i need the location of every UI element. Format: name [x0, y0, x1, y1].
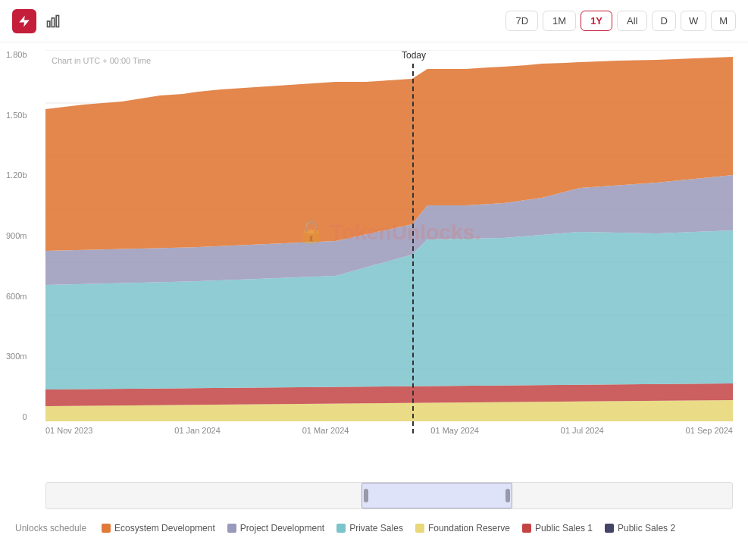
y-label-900m: 900m [6, 231, 27, 240]
x-label-sep24: 01 Sep 2024 [686, 426, 733, 435]
private-sales-dot [336, 524, 346, 533]
legend-ecosystem-development: Ecosystem Development [102, 523, 215, 533]
legend-private-sales: Private Sales [336, 523, 403, 533]
svg-rect-2 [56, 15, 58, 27]
minimap-window[interactable] [361, 483, 512, 508]
minimap-bg[interactable] [45, 482, 733, 509]
btn-all[interactable]: All [617, 11, 647, 31]
public-sales-2-label: Public Sales 2 [618, 523, 675, 533]
logo-icon[interactable] [12, 9, 36, 33]
y-label-300m: 300m [6, 352, 27, 361]
btn-month[interactable]: M [711, 11, 736, 31]
today-label: Today [402, 50, 426, 61]
x-label-mar24: 01 Mar 2024 [302, 426, 349, 435]
today-line [412, 64, 414, 433]
legend-public-sales-2: Public Sales 2 [605, 523, 675, 533]
y-axis: 1.80b 1.50b 1.20b 900m 600m 300m 0 [6, 50, 27, 421]
project-development-label: Project Development [240, 523, 324, 533]
header: 7D 1M 1Y All D W M [0, 0, 748, 42]
bar-chart-icon[interactable] [45, 14, 61, 29]
btn-1m[interactable]: 1M [543, 11, 576, 31]
foundation-reserve-label: Foundation Reserve [428, 523, 510, 533]
utc-label: Chart in UTC + 00:00 Time [52, 56, 151, 65]
x-label-nov23: 01 Nov 2023 [45, 426, 92, 435]
y-label-150b: 1.50b [6, 111, 27, 120]
chart-svg: 🔓 TokenUnlocks. [45, 50, 733, 421]
btn-week[interactable]: W [681, 11, 706, 31]
ecosystem-development-label: Ecosystem Development [114, 523, 215, 533]
header-left [12, 9, 61, 33]
minimap-handle-right[interactable] [505, 489, 510, 502]
btn-1y[interactable]: 1Y [581, 11, 612, 31]
minimap-handle-left[interactable] [364, 489, 368, 502]
legend-project-development: Project Development [227, 523, 324, 533]
x-axis: 01 Nov 2023 01 Jan 2024 01 Mar 2024 01 M… [45, 421, 733, 435]
btn-day[interactable]: D [652, 11, 675, 31]
project-development-dot [227, 524, 236, 533]
public-sales-1-dot [522, 524, 531, 533]
y-label-120b: 1.20b [6, 171, 27, 180]
y-label-0: 0 [22, 412, 27, 421]
x-label-jan24: 01 Jan 2024 [174, 426, 221, 435]
chart-container: Chart in UTC + 00:00 Time Today 1.80b 1.… [0, 42, 748, 482]
public-sales-1-label: Public Sales 1 [535, 523, 593, 533]
y-label-180b: 1.80b [6, 50, 27, 59]
x-label-jul24: 01 Jul 2024 [561, 426, 604, 435]
x-label-may24: 01 May 2024 [430, 426, 479, 435]
legend-foundation-reserve: Foundation Reserve [415, 523, 510, 533]
legend-public-sales-1: Public Sales 1 [522, 523, 593, 533]
ecosystem-development-dot [102, 524, 111, 533]
public-sales-2-dot [605, 524, 614, 533]
unlocks-schedule-label: Unlocks schedule [15, 523, 86, 533]
svg-text:🔓 TokenUnlocks.: 🔓 TokenUnlocks. [298, 219, 480, 245]
minimap-container [45, 482, 733, 517]
btn-7d[interactable]: 7D [505, 11, 538, 31]
svg-rect-1 [52, 17, 54, 27]
legend: Unlocks schedule Ecosystem Development P… [0, 517, 748, 540]
time-controls: 7D 1M 1Y All D W M [505, 11, 736, 31]
svg-rect-0 [48, 21, 50, 27]
y-label-600m: 600m [6, 292, 27, 301]
foundation-reserve-dot [415, 524, 424, 533]
chart-inner: Chart in UTC + 00:00 Time Today 1.80b 1.… [45, 50, 733, 444]
private-sales-label: Private Sales [349, 523, 403, 533]
